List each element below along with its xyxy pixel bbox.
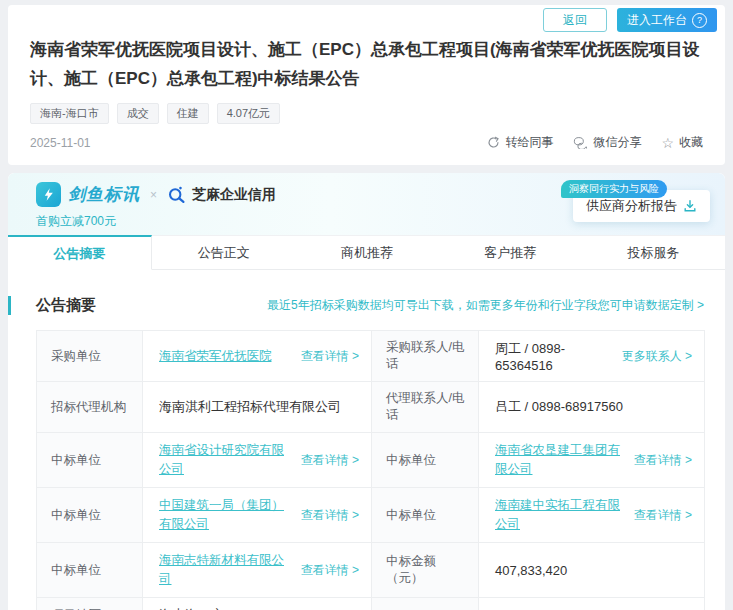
detail-link[interactable]: 查看详情 >	[634, 507, 692, 524]
table-row: 中标单位海南省设计研究院有限公司查看详情 >中标单位海南省农垦建工集团有限公司查…	[37, 433, 705, 488]
label-cell	[372, 598, 479, 610]
entity-link[interactable]: 海南志特新材料有限公司	[159, 551, 295, 589]
action-label: 转给同事	[505, 134, 553, 151]
wechat-icon	[573, 136, 588, 149]
label-cell: 代理联系人/电话	[372, 382, 479, 433]
tab-公告摘要[interactable]: 公告摘要	[8, 235, 152, 270]
table-row: 项目地区海南海口市	[37, 598, 705, 610]
entity-link[interactable]: 海南省农垦建工集团有限公司	[495, 441, 628, 479]
label-cell: 采购联系人/电话	[372, 331, 479, 382]
label-cell: 中标金额（元）	[372, 543, 479, 598]
back-button[interactable]: 返回	[543, 8, 607, 32]
value-text: 吕工 / 0898-68917560	[495, 398, 623, 416]
value-cell	[479, 598, 705, 610]
enter-workspace-button[interactable]: 进入工作台 ?	[617, 8, 717, 32]
table-row: 中标单位中国建筑一局（集团）有限公司查看详情 >中标单位海南建中实拓工程有限公司…	[37, 488, 705, 543]
workspace-label: 进入工作台	[627, 12, 687, 29]
download-icon	[683, 199, 697, 213]
section-accent-bar	[8, 296, 11, 315]
table-row: 中标单位海南志特新材料有限公司查看详情 >中标金额（元）407,833,420	[37, 543, 705, 598]
tab-bar: 公告摘要公告正文商机推荐客户推荐投标服务	[8, 235, 725, 270]
header-buttons: 返回 进入工作台 ?	[543, 8, 717, 32]
tab-商机推荐[interactable]: 商机推荐	[295, 235, 438, 270]
detail-link[interactable]: 查看详情 >	[301, 348, 359, 365]
detail-link[interactable]: 查看详情 >	[301, 562, 359, 579]
label-cell: 招标代理机构	[37, 382, 143, 433]
publish-date: 2025-11-01	[30, 136, 91, 150]
action-label: 微信分享	[593, 134, 641, 151]
brand-separator: ×	[150, 188, 157, 202]
label-cell: 采购单位	[37, 331, 143, 382]
action-label: 收藏	[679, 134, 703, 151]
label-cell: 中标单位	[372, 433, 479, 488]
value-cell: 海南省设计研究院有限公司查看详情 >	[143, 433, 372, 488]
value-cell: 海南海口市	[143, 598, 372, 610]
insight-badge: 洞察同行实力与风险	[561, 180, 667, 198]
section-header: 公告摘要 最近5年招标采购数据均可导出下载，如需更多年份和行业字段您可申请数据定…	[8, 296, 725, 315]
data-custom-link[interactable]: 最近5年招标采购数据均可导出下载，如需更多年份和行业字段您可申请数据定制 >	[267, 297, 704, 314]
value-text: 海南淇利工程招标代理有限公司	[159, 398, 341, 416]
forward-icon	[487, 136, 500, 149]
main-card: 剑鱼标讯 × 芝麻企业信用 首购立减700元 洞察同行实力与风险	[8, 173, 725, 610]
tab-公告正文[interactable]: 公告正文	[152, 235, 295, 270]
label-cell: 中标单位	[37, 543, 143, 598]
value-cell: 海南淇利工程招标代理有限公司	[143, 382, 372, 433]
report-label: 供应商分析报告	[586, 197, 677, 215]
detail-link[interactable]: 查看详情 >	[634, 452, 692, 469]
value-cell: 407,833,420	[479, 543, 705, 598]
value-cell: 海南省农垦建工集团有限公司查看详情 >	[479, 433, 705, 488]
meta-row: 2025-11-01 转给同事微信分享☆收藏	[30, 134, 703, 151]
summary-table: 采购单位海南省荣军优抚医院查看详情 >采购联系人/电话周工 / 0898-653…	[36, 330, 705, 610]
label-cell: 项目地区	[37, 598, 143, 610]
value-text: 周工 / 0898-65364516	[495, 340, 616, 373]
value-cell: 海南建中实拓工程有限公司查看详情 >	[479, 488, 705, 543]
tab-投标服务[interactable]: 投标服务	[582, 235, 725, 270]
announcement-header: 返回 进入工作台 ? 海南省荣军优抚医院项目设计、施工（EPC）总承包工程项目(…	[8, 5, 725, 165]
tab-客户推荐[interactable]: 客户推荐	[439, 235, 582, 270]
value-text: 407,833,420	[495, 563, 567, 578]
brand-name: 剑鱼标讯	[68, 183, 140, 206]
value-cell: 中国建筑一局（集团）有限公司查看详情 >	[143, 488, 372, 543]
entity-link[interactable]: 中国建筑一局（集团）有限公司	[159, 496, 295, 534]
partner-block: 芝麻企业信用	[167, 185, 276, 204]
tag-list: 海南-海口市成交住建4.07亿元	[30, 103, 703, 124]
content: 公告摘要 最近5年招标采购数据均可导出下载，如需更多年份和行业字段您可申请数据定…	[8, 270, 725, 610]
value-cell: 周工 / 0898-65364516更多联系人 >	[479, 331, 705, 382]
action-star[interactable]: ☆收藏	[661, 134, 703, 151]
detail-link[interactable]: 查看详情 >	[301, 452, 359, 469]
value-cell: 海南省荣军优抚医院查看详情 >	[143, 331, 372, 382]
tag-badge: 成交	[117, 103, 159, 124]
tag-badge: 4.07亿元	[217, 103, 280, 124]
detail-link[interactable]: 更多联系人 >	[622, 348, 692, 365]
tag-badge: 住建	[167, 103, 209, 124]
promo-banner: 剑鱼标讯 × 芝麻企业信用 首购立减700元 洞察同行实力与风险	[8, 173, 725, 235]
report-block: 洞察同行实力与风险 供应商分析报告	[573, 190, 710, 222]
jianyu-logo-icon	[36, 182, 61, 207]
zhima-logo-icon	[167, 185, 186, 204]
action-wechat[interactable]: 微信分享	[573, 134, 641, 151]
entity-link[interactable]: 海南建中实拓工程有限公司	[495, 496, 628, 534]
detail-link[interactable]: 查看详情 >	[301, 507, 359, 524]
header-actions: 转给同事微信分享☆收藏	[487, 134, 703, 151]
section-title: 公告摘要	[36, 296, 96, 315]
value-cell: 海南志特新材料有限公司查看详情 >	[143, 543, 372, 598]
action-forward[interactable]: 转给同事	[487, 134, 553, 151]
announcement-title: 海南省荣军优抚医院项目设计、施工（EPC）总承包工程项目(海南省荣军优抚医院项目…	[30, 35, 703, 93]
page: 返回 进入工作台 ? 海南省荣军优抚医院项目设计、施工（EPC）总承包工程项目(…	[0, 0, 733, 610]
partner-name: 芝麻企业信用	[192, 186, 276, 204]
value-text: 海南海口市	[159, 606, 224, 610]
table-row: 招标代理机构海南淇利工程招标代理有限公司代理联系人/电话吕工 / 0898-68…	[37, 382, 705, 433]
label-cell: 中标单位	[37, 433, 143, 488]
entity-link[interactable]: 海南省设计研究院有限公司	[159, 441, 295, 479]
tag-badge: 海南-海口市	[30, 103, 109, 124]
label-cell: 中标单位	[37, 488, 143, 543]
table-row: 采购单位海南省荣军优抚医院查看详情 >采购联系人/电话周工 / 0898-653…	[37, 331, 705, 382]
value-cell: 吕工 / 0898-68917560	[479, 382, 705, 433]
star-icon: ☆	[661, 136, 674, 150]
label-cell: 中标单位	[372, 488, 479, 543]
entity-link[interactable]: 海南省荣军优抚医院	[159, 347, 272, 366]
help-icon[interactable]: ?	[692, 13, 707, 28]
